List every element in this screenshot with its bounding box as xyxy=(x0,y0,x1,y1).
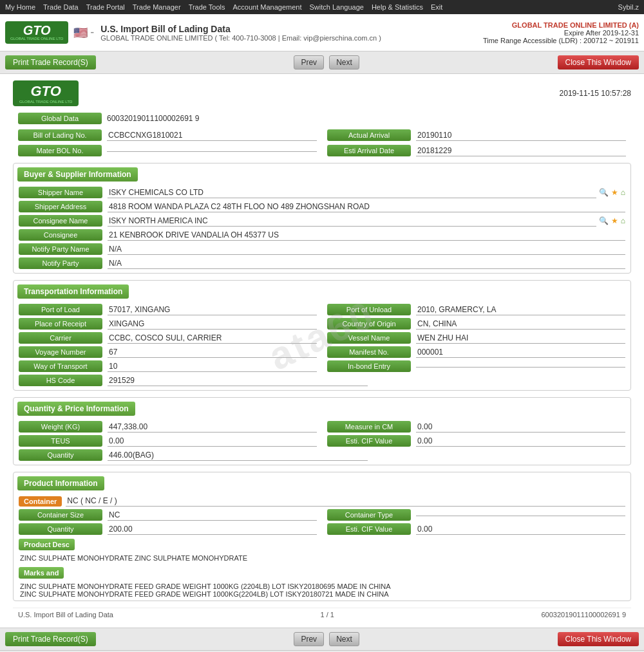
shipper-address-row: Shipper Address 4818 ROOM WANDA PLAZA C2… xyxy=(14,200,630,214)
buyer-supplier-header: Buyer & Supplier Information xyxy=(17,167,138,182)
esti-cif-value-label: Esti. CIF Value xyxy=(327,435,411,447)
nav-trade-tools[interactable]: Trade Tools xyxy=(189,3,225,11)
nav-user: Sybil.z xyxy=(618,3,639,11)
record-source-label: U.S. Import Bill of Lading Data xyxy=(18,611,113,619)
global-data-value: 60032019011100002691 9 xyxy=(107,114,626,123)
quantity-label: Quantity xyxy=(19,449,102,461)
manifest-no-value: 000001 xyxy=(416,347,625,358)
teus-value: 0.00 xyxy=(108,436,317,447)
container-size-type-row: Container Size NC Container Type xyxy=(14,508,630,522)
header-bar: GTO GLOBAL TRADE ONLINE LTD 🇺🇸 - U.S. Im… xyxy=(0,14,644,51)
notify-party-name-value: N/A xyxy=(108,244,625,255)
measure-cm-label: Measure in CM xyxy=(327,421,411,433)
record-header: GTO GLOBAL TRADE ONLINE LTD 2019-11-15 1… xyxy=(13,80,631,106)
nav-account-management[interactable]: Account Management xyxy=(233,3,302,11)
nav-switch-language[interactable]: Switch Language xyxy=(310,3,364,11)
global-data-label: Global Data xyxy=(18,113,102,124)
way-inbond-row: Way of Transport 10 In-bond Entry xyxy=(14,359,630,373)
nav-help-statistics[interactable]: Help & Statistics xyxy=(372,3,423,11)
nav-trade-portal[interactable]: Trade Portal xyxy=(86,3,125,11)
consignee-name-row: Consignee Name ISKY NORTH AMERICA INC 🔍 … xyxy=(14,214,630,228)
carrier-label: Carrier xyxy=(19,332,102,344)
shipper-name-label: Shipper Name xyxy=(19,187,102,198)
bottom-next-button[interactable]: Next xyxy=(329,632,359,646)
consignee-search-icon[interactable]: 🔍 xyxy=(599,216,609,225)
hs-code-row: HS Code 291529 xyxy=(14,373,630,387)
esti-arrival-label: Esti Arrival Date xyxy=(327,145,411,156)
account-range: Time Range Accessible (LDR) : 200712 ~ 2… xyxy=(483,37,639,44)
close-window-button[interactable]: Close This Window xyxy=(558,55,639,70)
esti-cif-value-value: 0.00 xyxy=(416,436,625,447)
consignee-name-label: Consignee Name xyxy=(19,215,102,227)
shipper-home-icon[interactable]: ⌂ xyxy=(621,188,625,197)
country-of-origin-label: Country of Origin xyxy=(327,318,411,330)
global-data-row: Global Data 60032019011100002691 9 xyxy=(13,111,631,126)
bol-row: Bill of Lading No. CCBCCNXG1810021 Actua… xyxy=(13,128,631,142)
teus-cif-row: TEUS 0.00 Esti. CIF Value 0.00 xyxy=(14,434,630,448)
top-navigation: My Home Trade Data Trade Portal Trade Ma… xyxy=(0,0,644,14)
product-desc-block: Product Desc ZINC SULPHATE MONOHYDRATE Z… xyxy=(14,536,630,564)
consignee-name-value: ISKY NORTH AMERICA INC xyxy=(108,216,596,227)
port-of-unload-label: Port of Unload xyxy=(327,304,411,315)
top-toolbar: Print Trade Record(S) Prev Next Close Th… xyxy=(0,51,644,74)
manifest-no-label: Manifest No. xyxy=(327,346,411,358)
consignee-value: 21 KENBROOK DRIVE VANDALIA OH 45377 US xyxy=(108,230,625,241)
next-button[interactable]: Next xyxy=(329,55,359,70)
place-of-receipt-label: Place of Receipt xyxy=(19,318,102,330)
product-esti-cif-label: Esti. CIF Value xyxy=(327,523,411,535)
main-content: GTO GLOBAL TRADE ONLINE LTD 2019-11-15 1… xyxy=(0,74,644,628)
port-of-unload-value: 2010, GRAMERCY, LA xyxy=(416,304,625,315)
consignee-home-icon[interactable]: ⌂ xyxy=(621,216,625,225)
port-of-load-value: 57017, XINGANG xyxy=(108,304,317,315)
nav-items: My Home Trade Data Trade Portal Trade Ma… xyxy=(5,3,442,11)
way-of-transport-value: 10 xyxy=(108,361,317,372)
bottom-prev-button[interactable]: Prev xyxy=(294,632,324,646)
print-record-button[interactable]: Print Trade Record(S) xyxy=(5,55,96,70)
logo-box: GTO GLOBAL TRADE ONLINE LTD xyxy=(5,21,68,44)
prev-button[interactable]: Prev xyxy=(294,55,324,70)
notify-party-name-label: Notify Party Name xyxy=(19,243,102,255)
in-bond-entry-value xyxy=(416,366,625,368)
marks-block: Marks and ZINC SULPHATE MONOHYDRATE FEED… xyxy=(14,564,630,601)
bol-value: CCBCCNXG1810021 xyxy=(107,130,317,141)
bottom-print-button[interactable]: Print Trade Record(S) xyxy=(5,632,96,646)
measure-cm-value: 0.00 xyxy=(416,422,625,433)
vessel-name-label: Vessel Name xyxy=(327,332,411,344)
record-logo-gto: GTO xyxy=(30,83,61,100)
nav-exit[interactable]: Exit xyxy=(431,3,442,11)
record-id-footer: 60032019011100002691 9 xyxy=(541,611,626,619)
actual-arrival-value: 20190110 xyxy=(416,130,626,141)
account-name: GLOBAL TRADE ONLINE LIMITED (A) xyxy=(483,21,639,29)
shipper-address-label: Shipper Address xyxy=(19,201,102,212)
port-row: Port of Load 57017, XINGANG Port of Unlo… xyxy=(14,303,630,317)
master-bol-label: Mater BOL No. xyxy=(18,145,102,156)
teus-label: TEUS xyxy=(19,435,102,447)
nav-trade-data[interactable]: Trade Data xyxy=(43,3,79,11)
voyage-manifest-row: Voyage Number 67 Manifest No. 000001 xyxy=(14,345,630,359)
us-flag-icon: 🇺🇸 xyxy=(73,26,88,40)
quantity-price-section: Quantity & Price Information Weight (KG)… xyxy=(13,397,631,465)
product-desc-content: ZINC SULPHATE MONOHYDRATE ZINC SULPHATE … xyxy=(14,552,630,564)
shipper-search-icon[interactable]: 🔍 xyxy=(599,188,609,197)
container-value: NC ( NC / E / ) xyxy=(66,496,625,507)
product-info-section: Product Information Container NC ( NC / … xyxy=(13,472,631,601)
product-esti-cif-value: 0.00 xyxy=(416,524,625,535)
consignee-label: Consignee xyxy=(19,229,102,241)
hs-code-label: HS Code xyxy=(19,375,102,386)
shipper-star-icon[interactable]: ★ xyxy=(611,188,618,197)
bottom-toolbar: Print Trade Record(S) Prev Next Close Th… xyxy=(0,628,644,651)
container-badge: Container xyxy=(19,496,62,507)
notify-party-label: Notify Party xyxy=(19,257,102,269)
container-type-label: Container Type xyxy=(327,509,411,521)
master-bol-value xyxy=(107,150,317,152)
consignee-star-icon[interactable]: ★ xyxy=(611,216,618,225)
place-of-receipt-value: XINGANG xyxy=(108,319,317,330)
nav-my-home[interactable]: My Home xyxy=(5,3,35,11)
voyage-number-value: 67 xyxy=(108,347,317,358)
bottom-close-button[interactable]: Close This Window xyxy=(558,632,639,646)
weight-kg-label: Weight (KG) xyxy=(19,421,102,433)
record-footer: U.S. Import Bill of Lading Data 1 / 1 60… xyxy=(13,608,631,621)
nav-trade-manager[interactable]: Trade Manager xyxy=(133,3,181,11)
record-logo: GTO GLOBAL TRADE ONLINE LTD xyxy=(13,80,79,106)
quantity-row: Quantity 446.00(BAG) xyxy=(14,448,630,462)
